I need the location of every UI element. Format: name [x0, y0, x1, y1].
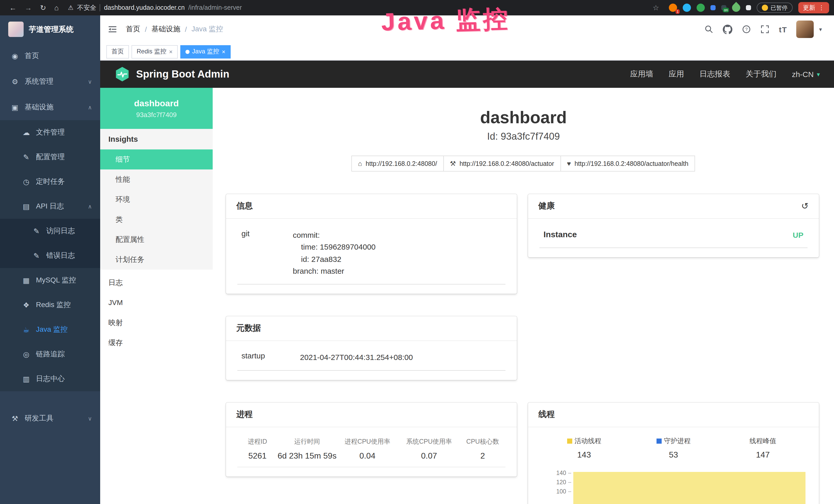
sba-item-environment[interactable]: 环境: [100, 189, 213, 209]
sba-item-classes[interactable]: 类: [100, 209, 213, 230]
locale-selector[interactable]: zh-CN ▾: [792, 70, 820, 78]
caret-down-icon[interactable]: ▾: [819, 26, 822, 32]
header-actions: ? tT ▾: [705, 21, 822, 38]
sba-app-header[interactable]: dashboard 93a3fc7f7409: [100, 88, 213, 129]
home-icon: ⌂: [358, 160, 362, 167]
service-url-link[interactable]: ⌂ http://192.168.0.2:48080/: [351, 156, 444, 171]
process-col-pid: 进程ID 5261: [237, 438, 278, 461]
sba-item-config-props[interactable]: 配置属性: [100, 230, 213, 250]
sba-nav-wallboard[interactable]: 应用墙: [630, 69, 653, 79]
fullscreen-icon[interactable]: [761, 25, 770, 34]
breadcrumb-infrastructure[interactable]: 基础设施: [152, 25, 180, 34]
actuator-url: http://192.168.0.2:48080/actuator: [460, 160, 554, 167]
home-icon[interactable]: ⌂: [54, 4, 59, 12]
app-logo-row[interactable]: 芋道管理系统: [0, 16, 100, 43]
active-threads-area: [573, 472, 806, 504]
user-avatar[interactable]: [796, 21, 814, 38]
sba-content: dashboard Id: 93a3fc7f7409 ⌂ http://192.…: [213, 88, 834, 504]
page-title: dashboard: [213, 106, 834, 129]
close-icon[interactable]: ×: [169, 48, 173, 55]
extensions-puzzle-icon[interactable]: [746, 5, 751, 10]
sba-item-logging[interactable]: 日志: [100, 273, 213, 293]
sidebar-item-error-logs[interactable]: ✎ 错误日志: [0, 244, 100, 268]
sidebar-toggle-icon[interactable]: [107, 24, 118, 35]
screen: ← → ↻ ⌂ ⚠ 不安全 dashboard.yudao.iocoder.cn…: [0, 0, 834, 504]
tab-redis-monitor[interactable]: Redis 监控 ×: [132, 45, 178, 58]
extension-icon[interactable]: 1: [669, 4, 677, 12]
extension-leaf-icon[interactable]: [730, 2, 742, 13]
extension-icon[interactable]: on: [721, 5, 726, 10]
back-icon[interactable]: ←: [9, 4, 17, 12]
tab-label: 首页: [111, 47, 124, 56]
sba-item-performance[interactable]: 性能: [100, 169, 213, 189]
app-logo: [8, 22, 24, 37]
sba-brand-title[interactable]: Spring Boot Admin: [136, 68, 229, 80]
sidebar-item-tracing[interactable]: ◎ 链路追踪: [0, 342, 100, 367]
health-url-link[interactable]: ♥ http://192.168.0.2:48080/actuator/heal…: [560, 156, 695, 171]
reload-icon[interactable]: ↻: [40, 4, 46, 12]
sba-item-details[interactable]: 细节: [100, 150, 213, 169]
wrench-icon: ⚒: [450, 160, 456, 167]
sba-item-mappings[interactable]: 映射: [100, 313, 213, 333]
address-bar[interactable]: ⚠ 不安全 dashboard.yudao.iocoder.cn/infra/a…: [68, 3, 242, 12]
page-subtitle: Id: 93a3fc7f7409: [213, 131, 834, 142]
sba-header: Spring Boot Admin 应用墙 应用 日志报表 关于我们 zh-CN…: [100, 61, 834, 88]
update-button[interactable]: 更新 ⋮: [798, 2, 829, 13]
table-row: 进程ID 5261 运行时间 6d 23h 15m 59s 进程CPU使用率 0…: [237, 437, 505, 467]
card-title: 元数据: [236, 323, 261, 334]
tab-home[interactable]: 首页: [106, 45, 129, 58]
extension-icon[interactable]: [710, 5, 716, 10]
sidebar-item-label: MySQL 监控: [36, 276, 76, 285]
admin-menu: ◉ 首页 ⚙ 系统管理 ∨ ▣ 基础设施 ∧ ☁ 文件管理 ✎ 配置管理: [0, 43, 100, 442]
tick-mark: [568, 482, 571, 483]
sidebar-item-label: 系统管理: [25, 77, 53, 86]
cell-value: 0.07: [398, 452, 460, 461]
tab-java-monitor[interactable]: Java 监控 ×: [180, 45, 231, 58]
card-title: 进程: [236, 410, 253, 420]
sidebar-item-label: 错误日志: [46, 251, 75, 260]
sidebar-item-file-management[interactable]: ☁ 文件管理: [0, 120, 100, 145]
sidebar-item-label: 日志中心: [36, 374, 65, 384]
bookmark-star-icon[interactable]: ☆: [653, 4, 659, 12]
browser-menu-icon[interactable]: ⋮: [818, 4, 825, 11]
sidebar-item-system-management[interactable]: ⚙ 系统管理 ∨: [0, 69, 100, 94]
git-branch: branch: master: [293, 265, 375, 277]
actuator-url-link[interactable]: ⚒ http://192.168.0.2:48080/actuator: [443, 156, 561, 171]
sba-nav-applications[interactable]: 应用: [668, 69, 684, 79]
sidebar-item-label: API 日志: [36, 202, 64, 211]
paused-badge[interactable]: 已暂停: [757, 3, 793, 13]
sidebar-item-dev-tools[interactable]: ⚒ 研发工具 ∨: [0, 406, 100, 431]
history-icon[interactable]: ↺: [802, 201, 809, 211]
cards-grid: 信息 git commit: time: 1596289704000 id: 2…: [226, 194, 819, 504]
sba-nav-journal[interactable]: 日志报表: [699, 69, 730, 79]
sidebar-item-scheduled-jobs[interactable]: ◷ 定时任务: [0, 169, 100, 194]
sba-nav-about[interactable]: 关于我们: [746, 69, 776, 79]
status-badge: UP: [793, 230, 804, 239]
github-icon[interactable]: [723, 24, 733, 34]
sidebar-item-api-logs[interactable]: ▤ API 日志 ∧: [0, 194, 100, 219]
sidebar-item-log-center[interactable]: ▥ 日志中心: [0, 367, 100, 391]
extension-icon[interactable]: [697, 4, 705, 12]
chevron-down-icon: ∨: [88, 78, 92, 85]
sidebar-item-infrastructure[interactable]: ▣ 基础设施 ∧: [0, 94, 100, 120]
sidebar-item-redis-monitor[interactable]: ❖ Redis 监控: [0, 293, 100, 317]
active-tab-dot: [185, 49, 190, 54]
sidebar-item-java-monitor[interactable]: ☕ Java 监控: [0, 317, 100, 342]
sidebar-item-config-management[interactable]: ✎ 配置管理: [0, 145, 100, 169]
sba-item-caches[interactable]: 缓存: [100, 333, 213, 353]
sba-item-scheduled-tasks[interactable]: 计划任务: [100, 250, 213, 270]
breadcrumb-home[interactable]: 首页: [126, 25, 140, 34]
close-icon[interactable]: ×: [222, 48, 225, 55]
sidebar-item-mysql-monitor[interactable]: ▦ MySQL 监控: [0, 268, 100, 293]
forward-icon[interactable]: →: [25, 4, 32, 12]
sidebar-item-home[interactable]: ◉ 首页: [0, 43, 100, 69]
threads-legend: 活动线程 143 守护进程 53 线程峰值 147: [540, 437, 808, 460]
table-row[interactable]: Instance UP: [540, 228, 808, 248]
sba-item-jvm[interactable]: JVM: [100, 293, 213, 313]
search-icon[interactable]: [705, 25, 714, 34]
font-size-icon[interactable]: tT: [779, 25, 787, 33]
sidebar-item-access-logs[interactable]: ✎ 访问日志: [0, 219, 100, 244]
extension-icon[interactable]: [683, 4, 691, 12]
help-icon[interactable]: ?: [742, 25, 751, 34]
sidebar-item-label: 文件管理: [36, 128, 65, 137]
